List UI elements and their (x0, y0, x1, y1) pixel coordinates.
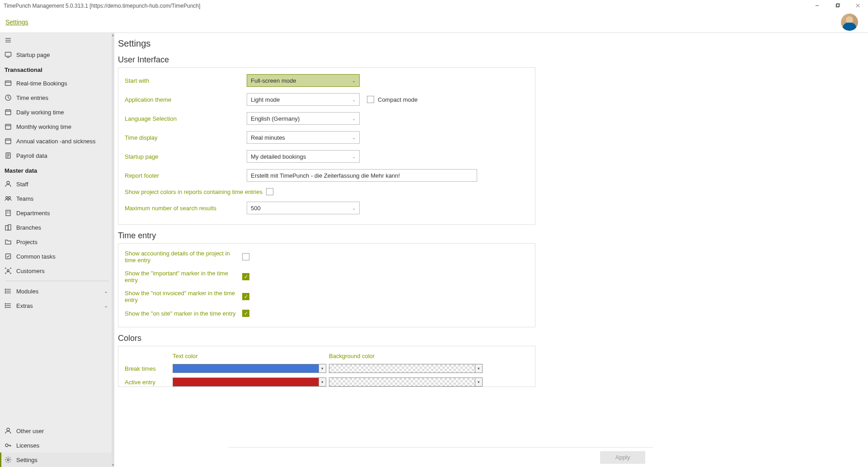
sidebar-item-teams[interactable]: Teams (0, 191, 114, 206)
sidebar-item-settings[interactable]: Settings (0, 453, 114, 467)
label-time-display: Time display (125, 134, 247, 141)
select-start-with[interactable]: Full-screen mode ⌄ (247, 74, 360, 87)
sidebar-item-other-user[interactable]: Other user (0, 424, 114, 438)
label-show-important: Show the "important" marker in the time … (125, 270, 242, 283)
sidebar-item-payroll[interactable]: Payroll data (0, 148, 114, 163)
checkbox-show-on-site[interactable]: ✓ (242, 310, 249, 317)
svg-point-56 (7, 459, 9, 461)
select-value: Full-screen mode (251, 77, 296, 84)
sidebar-item-staff[interactable]: Staff (0, 177, 114, 191)
sidebar-item-modules[interactable]: Modules ⌄ (0, 284, 114, 298)
checkbox-show-accounting[interactable] (242, 253, 249, 260)
label-startup-page: Startup page (125, 153, 247, 160)
label-show-not-invoiced: Show the "not invoiced" marker in the ti… (125, 290, 242, 303)
document-icon (5, 152, 12, 159)
svg-point-43 (5, 291, 5, 291)
titlebar: TimePunch Management 5.0.313.1 [https://… (0, 0, 868, 11)
svg-rect-36 (8, 225, 11, 230)
sidebar-toggle[interactable] (0, 33, 114, 47)
checkbox-compact-mode[interactable] (367, 96, 374, 103)
sidebar-item-annual[interactable]: Annual vacation -and sickness (0, 134, 114, 148)
sidebar-item-startup-page[interactable]: Startup page (0, 47, 114, 62)
label-language: Language Selection (125, 115, 247, 122)
chevron-down-icon: ⌄ (352, 154, 356, 159)
sidebar-item-common-tasks[interactable]: Common tasks (0, 249, 114, 264)
colorpicker-break-times-text[interactable]: ▾ (173, 364, 326, 373)
svg-point-44 (5, 292, 5, 293)
sidebar-item-projects[interactable]: Projects (0, 235, 114, 249)
sidebar-item-time-entries[interactable]: Time entries (0, 90, 114, 105)
sidebar-item-departments[interactable]: Departments (0, 206, 114, 220)
select-value: 500 (251, 205, 261, 212)
key-icon (5, 442, 12, 449)
sidebar-item-label: Departments (16, 210, 50, 217)
svg-rect-15 (5, 110, 11, 115)
section-ui: Start with Full-screen mode ⌄ Applicatio… (118, 67, 535, 225)
select-app-theme[interactable]: Light mode ⌄ (247, 93, 360, 106)
breadcrumb[interactable]: Settings (5, 19, 28, 26)
colorpicker-active-entry-text[interactable]: ▾ (173, 377, 326, 387)
select-value: Real minutes (251, 134, 285, 141)
section-title-ui: User Interface (118, 55, 535, 65)
svg-point-49 (5, 305, 5, 306)
sidebar-item-monthly[interactable]: Monthly working time (0, 119, 114, 134)
sidebar-item-label: Annual vacation -and sickness (16, 138, 96, 145)
topbar: Settings (0, 11, 868, 33)
sidebar-item-customers[interactable]: Customers (0, 264, 114, 278)
avatar[interactable] (841, 14, 858, 31)
sidebar-item-licenses[interactable]: Licenses (0, 438, 114, 453)
folder-icon (5, 238, 12, 245)
select-value: My detailed bookings (251, 153, 306, 160)
section-title-colors: Colors (118, 334, 535, 343)
select-time-display[interactable]: Real minutes ⌄ (247, 131, 360, 144)
gear-icon (5, 456, 12, 463)
building-icon (5, 224, 12, 231)
input-report-footer[interactable]: Erstellt mit TimePunch - die Zeiterfassu… (247, 169, 477, 182)
hamburger-icon (5, 37, 12, 44)
select-language[interactable]: English (Germany) ⌄ (247, 112, 360, 125)
label-break-times: Break times (125, 365, 170, 372)
sidebar-item-label: Projects (16, 239, 38, 245)
sidebar: Startup page Transactional Real-time Boo… (0, 33, 114, 467)
checkbox-show-not-invoiced[interactable]: ✓ (242, 293, 249, 300)
svg-rect-35 (5, 226, 8, 230)
chevron-down-icon: ⌄ (352, 135, 356, 140)
calendar-icon (5, 137, 12, 145)
colorpicker-active-entry-bg[interactable]: ▾ (329, 377, 483, 387)
svg-point-38 (7, 269, 9, 271)
chevron-down-icon: ⌄ (352, 78, 356, 83)
sidebar-heading-masterdata: Master data (0, 163, 114, 177)
person-icon (5, 180, 12, 188)
label-show-accounting: Show accounting details of the project i… (125, 250, 242, 264)
scan-person-icon (5, 267, 12, 274)
sidebar-item-realtime-bookings[interactable]: Real-time Bookings (0, 76, 114, 90)
select-max-search[interactable]: 500 ⌄ (247, 202, 360, 214)
content-body[interactable]: User Interface Start with Full-screen mo… (114, 52, 539, 467)
sidebar-item-label: Modules (16, 288, 38, 295)
svg-point-51 (7, 428, 9, 431)
sidebar-item-extras[interactable]: Extras ⌄ (0, 298, 114, 313)
colorpicker-break-times-bg[interactable]: ▾ (329, 364, 483, 373)
svg-point-29 (9, 197, 10, 198)
chevron-down-icon: ⌄ (352, 206, 356, 211)
sidebar-item-label: Other user (16, 428, 44, 434)
select-value: Light mode (251, 96, 280, 103)
select-startup-page[interactable]: My detailed bookings ⌄ (247, 150, 360, 163)
sidebar-item-label: Licenses (16, 442, 39, 449)
close-button[interactable] (848, 0, 868, 11)
sidebar-item-branches[interactable]: Branches (0, 220, 114, 235)
sidebar-item-daily[interactable]: Daily working time (0, 105, 114, 119)
label-start-with: Start with (125, 77, 247, 84)
chevron-down-icon: ▾ (319, 364, 326, 373)
chevron-down-icon: ⌄ (352, 116, 356, 121)
minimize-button[interactable] (807, 0, 827, 11)
checkbox-show-project-colors[interactable] (266, 188, 273, 195)
header-bg-color: Background color (329, 353, 483, 359)
label-show-on-site: Show the "on site" marker in the time en… (125, 310, 242, 317)
apply-button[interactable]: Apply (600, 451, 645, 464)
list-icon (5, 288, 12, 295)
calendar-icon (5, 123, 12, 130)
checkbox-show-important[interactable]: ✓ (242, 273, 249, 280)
sidebar-item-label: Real-time Bookings (16, 80, 67, 87)
maximize-button[interactable] (827, 0, 848, 11)
